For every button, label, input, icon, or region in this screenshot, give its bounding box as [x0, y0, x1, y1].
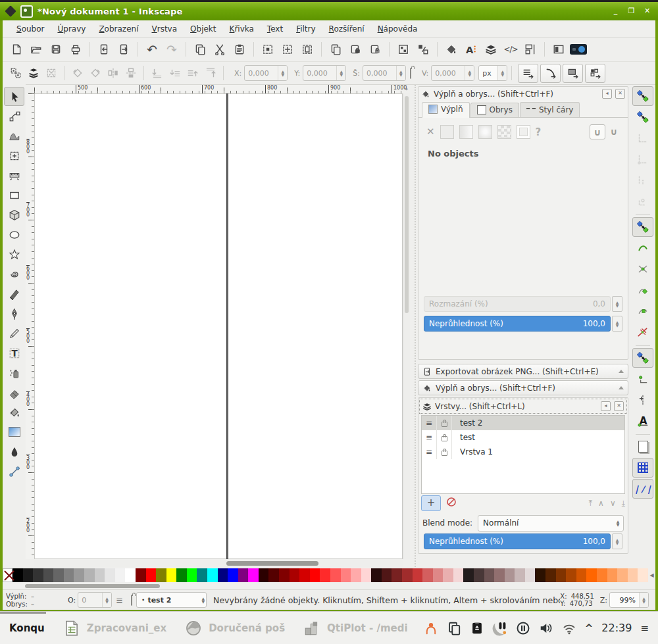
cut-button[interactable] [210, 40, 230, 59]
affect-stroke-toggle[interactable] [518, 64, 538, 83]
paste-button[interactable] [230, 40, 249, 59]
zoom-page-button[interactable] [297, 40, 317, 59]
color-swatch[interactable] [156, 568, 166, 582]
menu-napoveda[interactable]: Nápověda [372, 22, 424, 36]
select-all-button[interactable] [7, 65, 24, 81]
tool-selector[interactable] [4, 87, 24, 106]
snap-enable-button[interactable] [632, 86, 653, 106]
zoom-spinbox[interactable]: 99% ▲▼ [609, 592, 649, 608]
opacity-spinner[interactable]: ▲▼ [612, 316, 622, 332]
horizontal-scrollbar[interactable] [34, 560, 403, 567]
menu-text[interactable]: Text [261, 22, 289, 36]
color-swatch[interactable] [494, 568, 505, 582]
color-swatch[interactable] [125, 568, 136, 582]
rotate-ccw-button[interactable] [68, 65, 86, 81]
panel-undock-button[interactable]: ◂ [602, 89, 612, 99]
raise-layer-button[interactable]: ∧ [598, 499, 604, 508]
lower-layer-bottom-button[interactable]: ⤓ [622, 499, 625, 508]
document-properties-button[interactable] [549, 40, 569, 59]
raise-layer-top-button[interactable]: ⤒ [589, 499, 592, 508]
vertical-scrollbar[interactable] [403, 93, 410, 559]
tool-dropper[interactable] [4, 442, 24, 461]
menu-soubor[interactable]: Soubor [11, 22, 50, 36]
color-swatch[interactable] [166, 568, 177, 582]
layer-opacity-slider[interactable]: Neprůhlednost (%) 100,0 [424, 533, 611, 549]
snap-bbox-edges-button[interactable] [632, 128, 653, 148]
snap-cusp-nodes-button[interactable] [632, 280, 653, 300]
tray-speaker[interactable] [539, 621, 553, 635]
no-paint-button[interactable]: ✕ [426, 126, 435, 138]
tool-paint-bucket[interactable] [4, 403, 24, 422]
color-swatch[interactable] [597, 568, 607, 582]
layer-visibility-toggle[interactable]: ≡ [422, 430, 437, 445]
titlebar[interactable]: *Nový dokument 1 - Inkscape _ ❐ ✕ [0, 2, 658, 20]
layers-dialog-button[interactable] [481, 40, 501, 59]
color-swatch[interactable] [238, 568, 249, 582]
canvas[interactable] [34, 93, 403, 559]
color-swatch[interactable] [95, 568, 105, 582]
color-swatch[interactable] [320, 568, 330, 582]
snap-smooth-nodes-button[interactable] [632, 301, 653, 321]
snap-bbox-centers-button[interactable] [632, 191, 653, 211]
spin-arrows-icon[interactable]: ▲▼ [102, 593, 111, 607]
tool-rectangle[interactable] [4, 186, 24, 205]
tool-measure[interactable] [4, 166, 24, 185]
color-swatch[interactable] [33, 568, 43, 582]
color-swatch[interactable] [218, 568, 228, 582]
snap-text-baseline-button[interactable]: A [632, 411, 653, 431]
color-swatch[interactable] [382, 568, 392, 582]
color-swatch[interactable] [413, 568, 423, 582]
layer-lock-icon[interactable] [131, 595, 132, 605]
menu-upravy[interactable]: Úpravy [51, 22, 91, 36]
tray-media-applet[interactable] [493, 621, 507, 635]
spin-arrows-icon[interactable]: ▲▼ [639, 593, 648, 607]
tab-stroke-paint[interactable]: Obrys [470, 103, 519, 117]
taskbar-menu-icon[interactable]: ≡ [640, 622, 649, 634]
color-swatch[interactable] [576, 568, 587, 582]
delete-layer-button[interactable] [446, 497, 457, 510]
color-swatch[interactable] [443, 568, 453, 582]
linear-gradient-button[interactable] [459, 125, 473, 139]
pattern-button[interactable] [497, 125, 511, 139]
menu-objekt[interactable]: Objekt [184, 22, 222, 36]
blur-slider[interactable]: Rozmazání (%) 0,0 [424, 296, 611, 312]
menu-zobrazeni[interactable]: Zobrazení [93, 22, 144, 36]
zoom-selection-button[interactable] [278, 40, 297, 59]
color-swatch[interactable] [146, 568, 157, 582]
snap-object-centers-button[interactable] [632, 369, 653, 389]
duplicate-button[interactable] [326, 40, 345, 59]
layer-visibility-toggle[interactable]: ≡ [422, 445, 437, 459]
tab-fill[interactable]: Výplň [422, 102, 470, 118]
palette-scrollbar-thumb[interactable] [25, 584, 160, 588]
color-swatch[interactable] [433, 568, 443, 582]
color-swatch[interactable] [535, 568, 545, 582]
select-all-layers-button[interactable] [24, 65, 42, 81]
export-png-collapsed-bar[interactable]: Exportovat obrázek PNG... (Shift+Ctrl+E) [418, 364, 628, 379]
unlink-clone-button[interactable] [365, 40, 385, 59]
panel-undock-button[interactable]: ◂ [601, 401, 611, 411]
lower-layer-button[interactable]: ∨ [610, 499, 616, 508]
snap-nodes-button[interactable] [632, 217, 653, 237]
object-opacity-spinbox[interactable]: 0 ▲▼ [78, 592, 112, 608]
tool-spray[interactable] [4, 363, 24, 382]
y-coordinate-spinbox[interactable]: 0,000▲▼ [303, 65, 346, 81]
layer-row[interactable]: ≡Vrstva 1 [422, 445, 624, 459]
color-swatch[interactable] [248, 568, 259, 582]
print-button[interactable] [66, 40, 86, 59]
color-swatch[interactable] [545, 568, 556, 582]
color-swatch[interactable] [105, 568, 115, 582]
color-swatch[interactable] [628, 568, 638, 582]
fill-stroke-panel-header[interactable]: Výplň a obrys... (Shift+Ctrl+F) ◂ ✕ [418, 87, 628, 101]
color-swatch[interactable] [268, 568, 279, 582]
color-swatch[interactable] [330, 568, 341, 582]
tool-gradient[interactable] [4, 422, 24, 441]
tool-node-editor[interactable] [4, 107, 24, 126]
window-menu-icon[interactable] [5, 5, 16, 17]
fill-stroke-indicator[interactable]: Výplň:– Obrys:– [3, 593, 64, 608]
radial-gradient-button[interactable] [478, 125, 492, 139]
color-swatch[interactable] [638, 568, 648, 582]
tool-box-3d[interactable] [4, 205, 24, 224]
raise-button[interactable] [184, 65, 201, 81]
menu-rozsireni[interactable]: Rozšíření [323, 22, 370, 36]
color-swatch[interactable] [422, 568, 433, 582]
